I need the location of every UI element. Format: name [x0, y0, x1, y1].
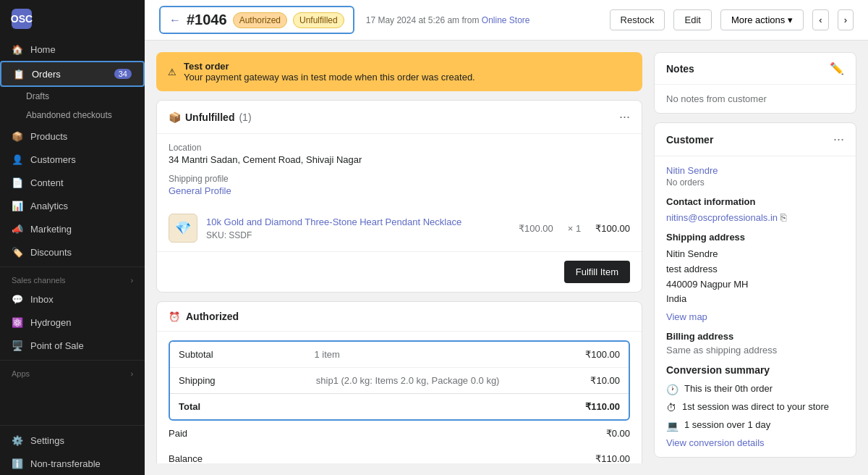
info-icon: ℹ️ [12, 458, 23, 469]
sidebar-item-marketing[interactable]: 📣 Marketing [0, 217, 145, 240]
sidebar-item-analytics[interactable]: 📊 Analytics [0, 194, 145, 217]
fulfill-item-button[interactable]: Fulfill Item [564, 261, 630, 283]
subtotal-desc: 1 item [314, 349, 585, 360]
sidebar-item-orders[interactable]: 📋 Orders 34 [0, 61, 145, 87]
shipping-address-section: Shipping address Nitin Sendre test addre… [666, 232, 844, 322]
sidebar-item-pos[interactable]: 🖥️ Point of Sale [0, 334, 145, 357]
back-arrow-icon[interactable]: ← [169, 14, 181, 27]
nav-prev-button[interactable]: ‹ [812, 9, 828, 30]
sidebar-item-settings[interactable]: ⚙️ Settings [0, 429, 145, 452]
test-banner-title: Test order [184, 61, 475, 72]
order-header-box: ← #1046 Authorized Unfulfilled [159, 6, 354, 34]
shipping-row: Shipping ship1 (2.0 kg: Items 2.0 kg, Pa… [170, 367, 629, 393]
edit-button[interactable]: Edit [673, 9, 711, 30]
customer-header: Customer ··· [655, 123, 856, 156]
sidebar-item-home[interactable]: 🏠 Home [0, 38, 145, 61]
sidebar-item-inbox[interactable]: 💬 Inbox [0, 287, 145, 311]
conversion-item-2: ⏱ 1st session was direct to your store [666, 401, 844, 413]
sidebar-sub-abandoned[interactable]: Abandoned checkouts [0, 106, 145, 125]
customer-orders: No orders [666, 177, 844, 188]
shipping-address-text: Nitin Sendre test address 440009 Nagpur … [666, 247, 844, 307]
restock-button[interactable]: Restock [610, 9, 665, 30]
sidebar-item-label: Home [30, 44, 56, 55]
product-row: 💎 10k Gold and Diamond Three-Stone Heart… [157, 205, 642, 251]
product-sku: SKU: SSDF [206, 230, 510, 240]
contact-email-row: nitins@oscprofessionals.in ⎘ [666, 211, 844, 223]
sales-channels-label: Sales channels [12, 276, 66, 285]
order-count-icon: 🕐 [666, 384, 678, 395]
test-order-banner: ⚠ Test order Your payment gateway was in… [156, 52, 642, 91]
pos-icon: 🖥️ [12, 340, 23, 351]
total-row: Total ₹110.00 [170, 393, 629, 419]
sidebar-item-label: Discounts [30, 247, 72, 258]
order-date-info: 17 May 2024 at 5:26 am from Online Store [363, 15, 530, 25]
product-price: ₹100.00 [519, 223, 553, 234]
sidebar-item-label: Point of Sale [30, 340, 84, 351]
customer-email-link[interactable]: nitins@oscprofessionals.in [666, 212, 778, 223]
sidebar-item-discounts[interactable]: 🏷️ Discounts [0, 240, 145, 264]
nav-next-button[interactable]: › [838, 9, 854, 30]
more-actions-button[interactable]: More actions ▾ [720, 9, 804, 30]
unfulfilled-more-icon[interactable]: ··· [619, 109, 630, 125]
view-conversion-link[interactable]: View conversion details [666, 437, 844, 448]
authorized-header: ⏰ Authorized [157, 302, 642, 332]
sidebar-sub-drafts[interactable]: Drafts [0, 87, 145, 106]
analytics-icon: 📊 [12, 200, 23, 211]
balance-row: Balance ₹110.00 [157, 446, 642, 463]
marketing-icon: 📣 [12, 223, 23, 235]
sidebar-divider [0, 266, 145, 267]
main-column: ⚠ Test order Your payment gateway was in… [156, 52, 642, 463]
subtotal-label: Subtotal [179, 349, 314, 360]
product-name-link[interactable]: 10k Gold and Diamond Three-Stone Heart P… [206, 217, 461, 227]
inbox-icon: 💬 [12, 293, 23, 305]
view-map-link[interactable]: View map [666, 311, 844, 322]
subtotal-amount: ₹100.00 [585, 349, 620, 360]
more-actions-label: More actions [731, 14, 785, 25]
orders-icon: 📋 [13, 68, 25, 80]
session-count-icon: 💻 [666, 420, 678, 432]
shipping-profile-link[interactable]: General Profile [169, 185, 231, 196]
session-direct-icon: ⏱ [666, 402, 676, 413]
badge-authorized: Authorized [233, 12, 287, 28]
sidebar-item-customers[interactable]: 👤 Customers [0, 148, 145, 171]
topbar: ← #1046 Authorized Unfulfilled 17 May 20… [145, 0, 868, 41]
sidebar-item-nontransferable[interactable]: ℹ️ Non-transferable [0, 452, 145, 475]
edit-notes-icon[interactable]: ✏️ [830, 62, 844, 75]
hydrogen-icon: ⚛️ [12, 316, 23, 328]
customer-name-link[interactable]: Nitin Sendre [666, 165, 844, 176]
nontransferable-label: Non-transferable [30, 458, 101, 469]
product-total: ₹100.00 [595, 223, 630, 234]
logo-icon: OSC [12, 9, 32, 29]
main-area: ← #1046 Authorized Unfulfilled 17 May 20… [145, 0, 868, 475]
balance-label: Balance [169, 453, 311, 463]
sidebar-item-label: Hydrogen [30, 317, 71, 328]
shipping-label: Shipping [179, 375, 316, 386]
billing-label: Billing address [666, 331, 844, 342]
badge-unfulfilled: Unfulfilled [293, 12, 344, 28]
total-label: Total [179, 401, 314, 412]
store-link[interactable]: Online Store [482, 15, 530, 25]
conversion-title: Conversion summary [666, 364, 844, 376]
customer-more-icon[interactable]: ··· [833, 132, 844, 147]
side-column: Notes ✏️ No notes from customer Customer… [654, 52, 856, 463]
conversion-item-2-text: 1st session was direct to your store [682, 401, 829, 412]
discounts-icon: 🏷️ [12, 246, 23, 258]
conversion-item-3: 💻 1 session over 1 day [666, 419, 844, 432]
balance-amount: ₹110.00 [595, 453, 630, 463]
sidebar-logo: OSC [0, 0, 145, 38]
order-date: 17 May 2024 at 5:26 am from Online Store [366, 15, 530, 25]
sidebar-divider-3 [0, 425, 145, 426]
order-id: #1046 [187, 12, 227, 28]
apps-label: Apps [12, 369, 30, 378]
subtotal-row: Subtotal 1 item ₹100.00 [170, 342, 629, 367]
sidebar-item-products[interactable]: 📦 Products [0, 125, 145, 148]
location-info: Location 34 Mantri Sadan, Cement Road, S… [157, 134, 642, 174]
sidebar-item-content[interactable]: 📄 Content [0, 171, 145, 194]
billing-section: Billing address Same as shipping address [666, 331, 844, 356]
product-thumbnail: 💎 [169, 214, 197, 243]
product-qty: × 1 [568, 223, 581, 234]
unfulfilled-title: 📦 Unfulfilled (1) [169, 112, 252, 123]
sidebar-divider-2 [0, 360, 145, 361]
sidebar-item-hydrogen[interactable]: ⚛️ Hydrogen [0, 311, 145, 334]
copy-email-icon[interactable]: ⎘ [780, 211, 786, 223]
